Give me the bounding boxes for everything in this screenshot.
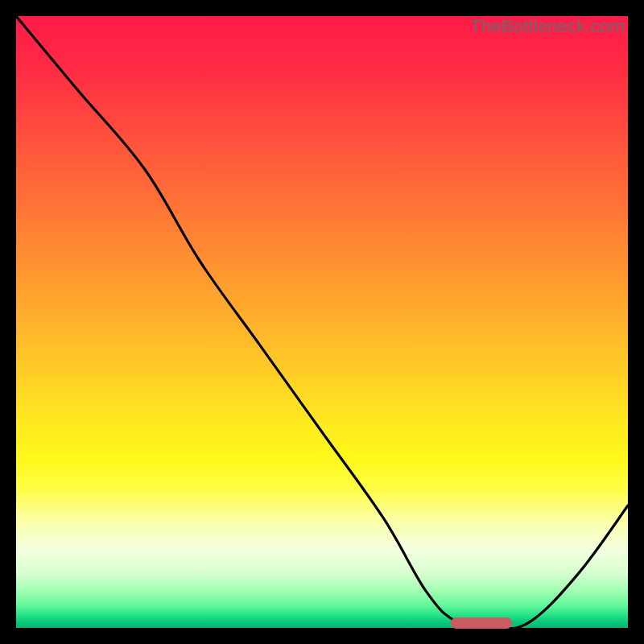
bottleneck-curve <box>16 16 628 628</box>
watermark-text: TheBottleneck.com <box>470 16 625 37</box>
curve-svg <box>16 16 628 628</box>
chart-frame: TheBottleneck.com <box>16 16 628 628</box>
optimal-range-marker <box>451 617 512 629</box>
plot-area <box>16 16 628 628</box>
